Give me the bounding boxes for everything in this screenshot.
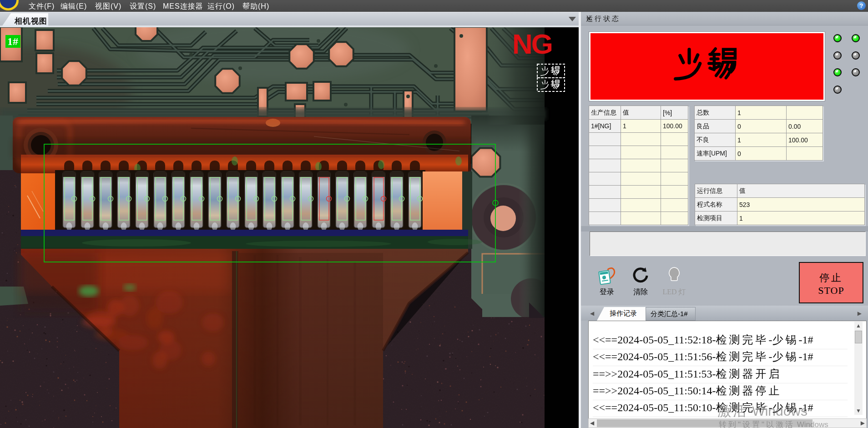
svg-text:NG: NG	[512, 28, 552, 60]
svg-text:1#: 1#	[7, 35, 18, 47]
